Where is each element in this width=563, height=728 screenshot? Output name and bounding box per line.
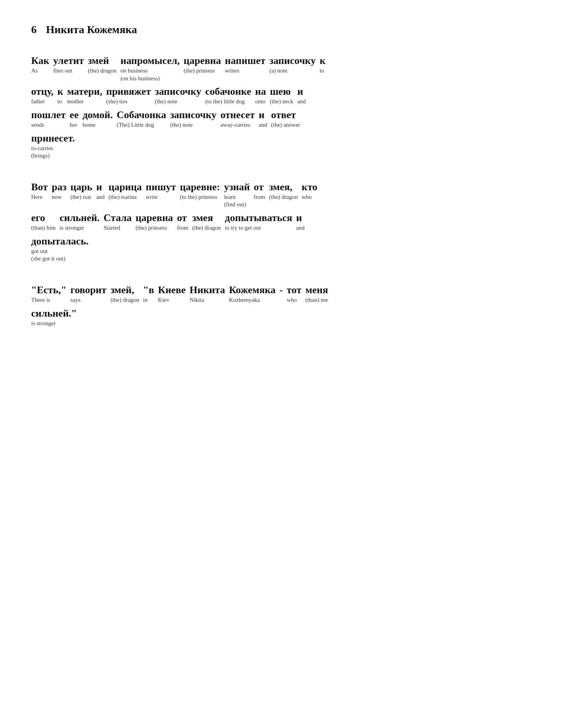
word-unit: узнайlearn(find out) <box>224 181 250 209</box>
russian-word: "Есть," <box>31 284 67 296</box>
russian-word: узнай <box>224 181 250 193</box>
russian-word: допыталась. <box>31 235 88 247</box>
english-gloss: (the) dragon <box>269 193 298 201</box>
english-gloss: Here <box>31 193 42 201</box>
russian-word: матери, <box>67 85 102 97</box>
word-unit: пошлетsends <box>31 109 66 129</box>
word-unit: иand <box>96 181 105 201</box>
russian-word: Киеве <box>158 284 186 296</box>
russian-word: к <box>319 55 325 67</box>
english-gloss: sends <box>31 121 44 129</box>
russian-line: его(than) himсильней.is strongerСталаSta… <box>31 212 532 233</box>
russian-word: и <box>297 85 303 97</box>
english-gloss: (the) dragon <box>192 224 221 232</box>
russian-word: змея, <box>269 181 292 193</box>
word-unit: сильней."is stronger <box>31 307 77 328</box>
word-unit: напромысел,on business(on his business) <box>120 55 180 82</box>
word-unit: ВотHere <box>31 181 48 201</box>
english-gloss: (the) tsarina <box>109 193 137 201</box>
russian-word: домой. <box>83 109 113 121</box>
word-unit: записочку(the) note <box>170 109 216 129</box>
russian-word: записочку <box>269 55 316 67</box>
russian-word: Никита <box>190 284 225 296</box>
word-unit: говоритsays <box>71 284 107 304</box>
word-unit: отfrom <box>254 181 265 201</box>
english-gloss: is stronger <box>60 224 84 232</box>
english-gloss: who <box>287 296 297 304</box>
word-unit: "Есть,"There is <box>31 284 67 304</box>
word-unit: иand <box>296 212 305 232</box>
page-number: 6 <box>31 23 37 36</box>
english-gloss: (the) prinsess <box>136 224 167 232</box>
word-unit: допытыватьсяto try to get out <box>225 212 292 232</box>
english-gloss: from <box>254 193 265 201</box>
page-title: Никита Кожемяка <box>46 23 137 36</box>
russian-word: напишет <box>225 55 265 67</box>
russian-word: шею <box>270 85 291 97</box>
english-gloss: There is <box>31 296 50 304</box>
english-gloss: Nikita <box>190 296 205 304</box>
english-gloss: (to the) prinsess <box>180 193 217 201</box>
english-gloss: (than) him <box>31 224 56 232</box>
english-gloss: As <box>31 67 38 75</box>
word-unit: сильней.is stronger <box>60 212 100 232</box>
word-unit: НикитаNikita <box>190 284 225 304</box>
russian-word: царевне: <box>180 181 220 193</box>
content-area: КакAsулетитflies outзмей(the) dragonнапр… <box>31 55 532 328</box>
english-gloss: and <box>297 98 306 106</box>
russian-word: змей, <box>110 284 134 296</box>
english-gloss: from <box>177 224 188 232</box>
word-unit: разnow <box>52 181 67 201</box>
word-unit: наonto <box>255 85 266 106</box>
english-gloss: (the) answer <box>271 121 300 129</box>
word-unit: пишутwrite <box>146 181 176 201</box>
english-gloss: (she) ties <box>106 98 127 106</box>
english-gloss: and <box>259 121 267 129</box>
russian-word: сильней." <box>31 307 77 319</box>
english-gloss: (the) tsar <box>71 193 92 201</box>
word-unit: отнесетaway-carries <box>221 109 255 129</box>
english-gloss: (the) dragon <box>110 296 139 304</box>
russian-line: сильней."is stronger <box>31 307 532 328</box>
russian-line: "Есть,"There isговоритsaysзмей,(the) dra… <box>31 284 532 305</box>
word-unit: КиевеKiev <box>158 284 186 304</box>
russian-word: меня <box>305 284 328 296</box>
russian-word: и <box>259 109 265 121</box>
word-unit: тотwho <box>287 284 302 304</box>
english-gloss: (the) dragon <box>88 67 117 75</box>
russian-word: Кожемяка <box>229 284 275 296</box>
russian-line: допыталась.got out(she got it out) <box>31 235 532 264</box>
russian-word: привяжет <box>106 85 151 97</box>
line-group: его(than) himсильней.is strongerСталаSta… <box>31 212 532 233</box>
russian-line: ВотHereразnowцарь(the) tsarиandцарица(th… <box>31 181 532 209</box>
word-unit: меня(than) me <box>305 284 328 304</box>
russian-line: отцу,fatherкtoматери,motherпривяжет(she)… <box>31 85 532 106</box>
english-gloss: onto <box>255 98 266 106</box>
word-unit: царевна(the) prinsess <box>184 55 221 75</box>
word-unit: шею(the) neck <box>270 85 293 106</box>
word-unit: ктоwho <box>302 181 317 201</box>
english-gloss: (The) Little dog <box>116 121 154 129</box>
line-group: пошлетsendsееherдомой.homeСобачонка(The)… <box>31 109 532 130</box>
word-unit: кto <box>319 55 325 75</box>
english-gloss: Started <box>104 224 120 232</box>
english-gloss: Kiev <box>158 296 169 304</box>
english-gloss: to try to get out <box>225 224 261 232</box>
russian-word: тот <box>287 284 302 296</box>
english-gloss: away-carries <box>221 121 251 129</box>
russian-word: царь <box>71 181 92 193</box>
russian-word: - <box>279 284 283 296</box>
word-unit: отцу,father <box>31 85 53 106</box>
text-block-block2: ВотHereразnowцарь(the) tsarиandцарица(th… <box>31 181 532 264</box>
english-gloss: her <box>70 121 77 129</box>
russian-word: на <box>255 85 266 97</box>
english-gloss: and <box>96 193 105 201</box>
russian-word: отцу, <box>31 85 53 97</box>
russian-line: принесет.to-carries(brings) <box>31 132 532 161</box>
russian-word: принесет. <box>31 132 75 144</box>
word-unit: отfrom <box>177 212 188 232</box>
english-gloss: writes <box>225 67 239 75</box>
line-group: "Есть,"There isговоритsaysзмей,(the) dra… <box>31 284 532 305</box>
english-gloss: got out(she got it out) <box>31 248 65 263</box>
english-gloss: father <box>31 98 45 106</box>
